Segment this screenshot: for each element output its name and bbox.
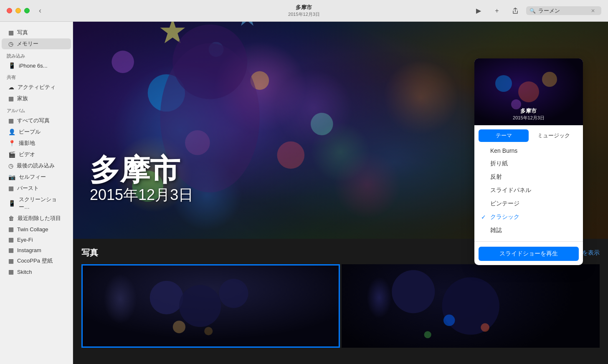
check-origami [481, 160, 488, 167]
sidebar-item-last-import[interactable]: ◷ 最後の読み込み [2, 160, 71, 171]
svg-point-13 [172, 25, 247, 99]
sidebar-item-recently-deleted[interactable]: 🗑 最近削除した項目 [2, 213, 71, 224]
tab-music[interactable]: ミュージック [529, 129, 579, 142]
theme-item-origami[interactable]: 折り紙 [474, 157, 583, 170]
screenshot-icon: 📱 [8, 200, 15, 207]
section-label-albums: アルバム [0, 104, 73, 115]
theme-item-reflection[interactable]: 反射 [474, 170, 583, 184]
sidebar-item-people[interactable]: 👤 ピープル [2, 126, 71, 137]
svg-point-17 [219, 279, 248, 308]
eye-fi-icon: ▦ [8, 236, 14, 243]
sidebar-item-places[interactable]: 📍 撮影地 [2, 138, 71, 149]
theme-item-slide-panel[interactable]: スライドパネル [474, 184, 583, 197]
titlebar: ‹ 多摩市 2015年12月3日 ▶ + 🔍 ✕ [0, 0, 608, 22]
sidebar-item-skitch[interactable]: ▦ Skitch [2, 267, 71, 277]
popup-divider [474, 241, 583, 242]
last-import-icon: ◷ [8, 162, 13, 169]
photos-section-title: 写真 [81, 247, 98, 258]
back-button[interactable]: ‹ [36, 5, 44, 16]
svg-point-16 [179, 285, 221, 327]
sidebar-item-instagram[interactable]: ▦ Instagram [2, 245, 71, 255]
titlebar-center: 多摩市 2015年12月3日 [288, 4, 320, 18]
sidebar-item-memories[interactable]: ◷ メモリー [2, 38, 71, 49]
sidebar: ▦ 写真 ◷ メモリー 読み込み 📱 iPhone 6s... 共有 ☁ アクテ… [0, 22, 73, 364]
search-icon: 🔍 [529, 8, 536, 14]
section-label-import: 読み込み [0, 50, 73, 60]
sidebar-item-photos[interactable]: ▦ 写真 [2, 27, 71, 38]
svg-point-28 [518, 81, 539, 102]
burst-icon: ▦ [8, 185, 14, 192]
sidebar-item-burst[interactable]: ▦ バースト [2, 183, 71, 194]
sidebar-item-eye-fi[interactable]: ▦ Eye-Fi [2, 235, 71, 245]
check-classic: ✓ [481, 214, 488, 220]
twin-collage-icon: ▦ [8, 226, 14, 233]
memories-icon: ◷ [8, 40, 13, 47]
sidebar-item-selfie[interactable]: 📷 セルフィー [2, 172, 71, 182]
all-photos-icon: ▦ [8, 117, 14, 124]
photo-thumb-1[interactable] [81, 264, 340, 348]
popup-preview-text: 多摩市 2015年12月3日 [513, 107, 545, 121]
places-icon: 📍 [8, 140, 15, 147]
recently-deleted-icon: 🗑 [8, 215, 14, 222]
svg-point-21 [392, 270, 435, 313]
play-button[interactable]: ▶ [471, 5, 486, 17]
svg-point-9 [311, 113, 333, 135]
svg-point-19 [204, 327, 213, 335]
sidebar-item-family[interactable]: ▦ 家族 [2, 93, 71, 104]
minimize-button[interactable] [15, 8, 21, 13]
check-vintage [481, 200, 488, 207]
photo-image-2 [342, 264, 600, 348]
section-label-shared: 共有 [0, 71, 73, 81]
check-ken-burns [481, 147, 488, 154]
sidebar-item-iphone[interactable]: 📱 iPhone 6s... [2, 61, 71, 71]
slideshow-play-button[interactable]: スライドショーを再生 [479, 247, 579, 261]
theme-item-vintage[interactable]: ビンテージ [474, 197, 583, 210]
check-magazine [481, 227, 488, 234]
sidebar-item-twin-collage[interactable]: ▦ Twin Collage [2, 224, 71, 234]
traffic-lights [7, 8, 30, 13]
photo-thumb-2[interactable] [342, 264, 600, 348]
theme-list: Ken Burns 折り紙 反射 スライドパネル ビンテージ [474, 142, 583, 240]
iphone-icon: 📱 [8, 62, 15, 69]
titlebar-right: ▶ + 🔍 ✕ [471, 5, 601, 17]
people-icon: 👤 [8, 129, 15, 135]
share-button[interactable] [508, 5, 523, 17]
popup-preview-title: 多摩市 [513, 107, 545, 115]
theme-item-ken-burns[interactable]: Ken Burns [474, 144, 583, 157]
share-icon [512, 8, 519, 14]
sidebar-item-activity[interactable]: ☁ アクティビティ [2, 82, 71, 93]
maximize-button[interactable] [24, 8, 30, 13]
add-button[interactable]: + [489, 5, 504, 17]
photos-icon: ▦ [8, 29, 14, 36]
activity-icon: ☁ [8, 84, 14, 91]
popup-preview: 多摩市 2015年12月3日 [474, 58, 583, 125]
svg-point-29 [542, 72, 557, 87]
window-title: 多摩市 [288, 4, 320, 11]
theme-item-classic[interactable]: ✓ クラシック [474, 210, 583, 224]
sidebar-item-screenshot[interactable]: 📱 スクリーンショー… [2, 194, 71, 212]
svg-point-6 [111, 51, 134, 73]
check-slide-panel [481, 187, 488, 194]
svg-point-15 [150, 281, 183, 314]
svg-point-23 [443, 315, 454, 326]
sidebar-item-cocoppa[interactable]: ▦ CocoPPa 壁紙 [2, 255, 71, 266]
popup-tabs: テーマ ミュージック [474, 125, 583, 142]
sidebar-item-all-photos[interactable]: ▦ すべての写真 [2, 115, 71, 126]
photos-grid [81, 264, 600, 348]
search-clear-icon[interactable]: ✕ [591, 8, 595, 14]
selfie-icon: 📷 [8, 174, 15, 180]
tab-theme[interactable]: テーマ [479, 129, 529, 142]
search-input[interactable] [538, 8, 588, 14]
svg-point-22 [442, 277, 499, 334]
content-area: 多摩市 2015年12月3日 写真 すべてを表示 [73, 22, 608, 364]
svg-point-27 [495, 75, 512, 92]
family-icon: ▦ [8, 95, 14, 102]
sidebar-item-video[interactable]: 🎬 ビデオ [2, 149, 71, 160]
window-subtitle: 2015年12月3日 [288, 11, 320, 18]
theme-item-magazine[interactable]: 雑誌 [474, 224, 583, 237]
slideshow-popup: 多摩市 2015年12月3日 テーマ ミュージック Ken Burns 折り紙 [474, 58, 583, 265]
popup-preview-date: 2015年12月3日 [513, 115, 545, 121]
check-reflection [481, 174, 488, 180]
search-box[interactable]: 🔍 ✕ [526, 6, 601, 15]
close-button[interactable] [7, 8, 12, 13]
